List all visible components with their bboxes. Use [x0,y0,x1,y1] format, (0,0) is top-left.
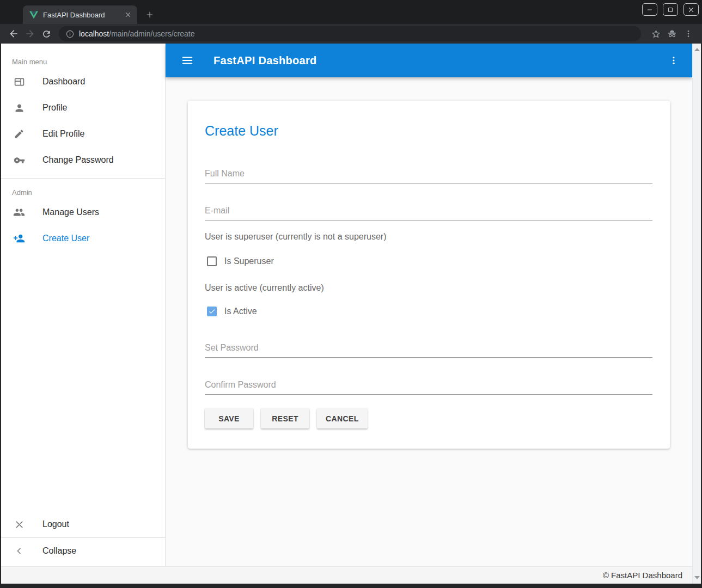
set-password-field[interactable] [205,336,652,358]
sidebar-item-label: Manage Users [42,207,99,217]
refresh-icon[interactable] [38,26,54,42]
appbar-kebab-menu-icon[interactable] [661,47,687,74]
person-icon [13,102,25,114]
sidebar-item-label: Dashboard [42,77,85,87]
maximize-icon[interactable] [663,3,678,16]
sidebar-section-admin: Admin [1,185,165,199]
browser-menu-icon[interactable] [680,26,697,42]
new-tab-icon[interactable] [143,8,157,22]
superuser-note: User is superuser (currently is not a su… [205,230,652,243]
cancel-button[interactable]: CANCEL [317,408,368,428]
forward-icon[interactable] [22,26,38,42]
sidebar-section-main-menu: Main menu [1,54,165,69]
chevron-left-icon [13,546,25,556]
confirm-password-field[interactable] [205,373,652,395]
tab-title: FastAPI Dashboard [43,11,123,19]
sidebar-item-label: Create User [42,234,89,243]
appbar-title: FastAPI Dashboard [213,54,317,67]
window-border-bottom [0,584,702,588]
url-text: localhost/main/admin/users/create [79,29,194,38]
close-window-icon[interactable] [683,3,699,16]
key-icon [13,155,25,166]
tab-close-icon[interactable] [123,10,133,20]
app-viewport: Main menu Dashboard Profile Edit Profile… [1,44,701,584]
close-icon [13,519,25,530]
window-border-left [0,44,1,584]
save-button[interactable]: SAVE [205,408,253,428]
active-note: User is active (currently active) [205,281,652,295]
site-info-icon[interactable] [65,29,75,39]
sidebar-item-label: Profile [42,103,67,113]
minimize-icon[interactable] [642,3,657,16]
sidebar-divider [1,178,165,179]
sidebar: Main menu Dashboard Profile Edit Profile… [1,44,166,566]
sidebar-item-logout[interactable]: Logout [1,511,165,537]
sidebar-item-collapse[interactable]: Collapse [1,538,165,564]
dashboard-icon [13,76,25,88]
sidebar-item-manage-users[interactable]: Manage Users [1,199,165,225]
sidebar-item-dashboard[interactable]: Dashboard [1,69,165,95]
page-footer: © FastAPI Dashboard [1,566,692,584]
browser-titlebar: FastAPI Dashboard [0,0,702,24]
create-user-card: Create User User is superuser (currently… [188,101,670,449]
full-name-field[interactable] [205,162,652,183]
sidebar-item-change-password[interactable]: Change Password [1,147,165,173]
page-scrollbar[interactable] [692,44,701,584]
sidebar-item-label: Logout [42,519,69,529]
sidebar-item-edit-profile[interactable]: Edit Profile [1,121,165,147]
browser-toolbar: localhost/main/admin/users/create [0,24,702,44]
people-icon [13,206,25,218]
is-active-checkbox[interactable]: Is Active [205,305,652,317]
scroll-down-icon[interactable] [693,574,701,581]
checkbox-label: Is Superuser [224,256,274,266]
appbar: FastAPI Dashboard [166,44,692,77]
checkbox-icon [207,256,217,266]
person-add-icon [13,232,25,244]
vue-favicon [29,11,38,19]
sidebar-item-create-user[interactable]: Create User [1,225,165,252]
sidebar-item-profile[interactable]: Profile [1,95,165,121]
main-content: Create User User is superuser (currently… [166,77,692,566]
incognito-icon [664,26,680,42]
pencil-icon [13,128,25,139]
sidebar-item-label: Edit Profile [42,129,84,139]
sidebar-item-label: Change Password [42,155,114,165]
scroll-up-icon[interactable] [693,46,701,53]
copyright-text: © FastAPI Dashboard [603,571,682,580]
email-field[interactable] [205,199,652,220]
checkbox-icon [207,307,217,316]
checkbox-label: Is Active [224,307,257,316]
url-bar[interactable]: localhost/main/admin/users/create [59,26,641,41]
hamburger-menu-icon[interactable] [174,47,200,74]
is-superuser-checkbox[interactable]: Is Superuser [205,255,652,267]
reset-button[interactable]: RESET [261,408,309,428]
bookmark-star-icon[interactable] [648,26,664,42]
sidebar-item-label: Collapse [42,546,76,556]
back-icon[interactable] [5,26,22,42]
page-title: Create User [205,101,652,140]
browser-tab[interactable]: FastAPI Dashboard [23,5,137,24]
